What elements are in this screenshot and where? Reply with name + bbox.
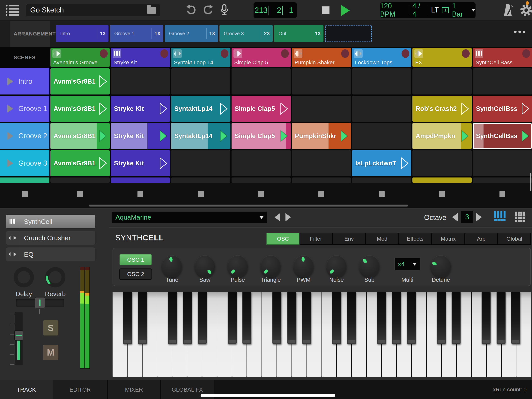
song-name-field[interactable]: Go Sketch — [26, 4, 160, 16]
clip-play-icon[interactable] — [99, 157, 107, 169]
tab-env[interactable]: Env — [333, 233, 366, 245]
octave-value[interactable]: 3 — [461, 211, 473, 223]
black-key[interactable] — [392, 292, 401, 344]
song-list-icon[interactable] — [6, 5, 20, 16]
stop-clip-button[interactable] — [22, 191, 28, 197]
clip-play-icon[interactable] — [521, 103, 529, 115]
grid-horizontal-scrollbar[interactable] — [89, 205, 408, 206]
record-arm-button[interactable] — [341, 49, 349, 58]
clip-play-icon[interactable] — [401, 157, 409, 169]
scene-launch-groove-2[interactable]: Groove 2 — [0, 123, 49, 149]
octave-up-button[interactable] — [476, 213, 482, 221]
black-key[interactable] — [272, 292, 281, 344]
clip-slot-empty[interactable] — [232, 150, 291, 176]
keyboard-view-icon[interactable] — [494, 211, 506, 221]
black-key[interactable] — [437, 292, 446, 344]
folder-icon[interactable] — [147, 7, 156, 14]
clip-syntaktlp14[interactable]: SyntaktLp14 — [171, 123, 230, 149]
record-arm-button[interactable] — [522, 49, 530, 58]
clip-slot-empty[interactable] — [352, 123, 411, 149]
tab-mod[interactable]: Mod — [366, 233, 399, 245]
tab-filter[interactable]: Filter — [299, 233, 333, 245]
record-arm-button[interactable] — [281, 49, 289, 58]
volume-fader-handle[interactable] — [14, 330, 23, 341]
reverb-send-knob[interactable] — [44, 266, 66, 288]
tab-global[interactable]: Global — [498, 233, 531, 245]
clip-islplckdwnt[interactable]: IsLpLckdwnT — [352, 150, 411, 176]
clip-play-icon[interactable] — [220, 103, 228, 115]
scene-launch-partial[interactable] — [0, 178, 49, 183]
black-key[interactable] — [302, 292, 311, 344]
arrangement-section-groove-3[interactable]: Groove 32X — [219, 25, 273, 42]
clip-slot-empty[interactable] — [171, 68, 230, 95]
clip-simple-clap5[interactable]: Simple Clap5 — [232, 123, 291, 149]
clip-play-icon[interactable] — [99, 75, 107, 87]
track-header-1[interactable]: Avenaim's Groove — [51, 48, 110, 67]
track-header-7[interactable]: FX — [412, 48, 472, 67]
stop-clip-button[interactable] — [138, 191, 143, 197]
clip-stryke-kit[interactable]: Stryke Kit — [111, 123, 170, 149]
bpm-value[interactable]: 120 BPM — [380, 2, 406, 18]
arrangement-empty-slot[interactable] — [325, 25, 372, 42]
clip-avnm-sgr8b1[interactable]: Avnm'sGr8B1 — [51, 68, 110, 95]
play-button[interactable] — [341, 5, 350, 16]
pads-view-icon[interactable] — [515, 212, 525, 222]
arrangement-section-groove-1[interactable]: Groove 11X — [110, 25, 163, 42]
song-position-display[interactable]: 213 2 1 — [253, 2, 297, 18]
black-key[interactable] — [242, 292, 251, 344]
clip-play-icon[interactable] — [159, 103, 167, 115]
stop-clip-button[interactable] — [258, 191, 264, 197]
clip-avnm-sgr8b1[interactable]: Avnm'sGr8B1 — [51, 96, 110, 122]
clip-slot-empty[interactable] — [171, 150, 230, 176]
black-key[interactable] — [228, 292, 237, 344]
clip-play-icon[interactable] — [280, 103, 288, 115]
settings-gear-icon[interactable] — [519, 4, 532, 17]
track-header-8[interactable]: SynthCell Bass — [473, 48, 532, 67]
mute-button[interactable]: M — [43, 345, 58, 360]
clip-playing-icon[interactable] — [461, 130, 469, 142]
clip-slot-empty[interactable] — [412, 150, 472, 176]
knob-sub[interactable] — [359, 255, 380, 277]
clip-slot-empty[interactable] — [292, 68, 351, 95]
clip-rob-s-crash2[interactable]: Rob's Crash2 — [412, 96, 472, 122]
bottom-tab-mixer[interactable]: MIXER — [108, 380, 161, 399]
osc-select-2[interactable]: OSC 2 — [119, 269, 152, 280]
stop-clip-button[interactable] — [77, 191, 83, 197]
black-key[interactable] — [452, 292, 461, 344]
stop-clip-button[interactable] — [379, 191, 385, 197]
knob-pulse[interactable] — [228, 255, 248, 277]
clip-partial[interactable] — [412, 178, 472, 183]
home-indicator[interactable] — [201, 394, 335, 397]
stop-clip-button[interactable] — [198, 191, 204, 197]
clip-avnm-sgr8b1[interactable]: Avnm'sGr8B1 — [51, 123, 110, 149]
preset-selector[interactable]: AquaMarine — [112, 212, 267, 223]
stop-clip-button[interactable] — [500, 191, 505, 197]
black-key[interactable] — [511, 292, 520, 344]
clip-slot-empty[interactable] — [292, 96, 351, 122]
stop-clip-button[interactable] — [439, 191, 445, 197]
clip-playing-icon[interactable] — [280, 130, 288, 142]
arrangement-section-out[interactable]: Out1X — [274, 25, 323, 42]
time-signature[interactable]: 4 / 4 — [412, 2, 424, 18]
clip-slot-empty[interactable] — [232, 68, 291, 95]
clip-ampdpmpkn[interactable]: AmpdPmpkn — [412, 123, 472, 149]
clip-slot-empty[interactable] — [412, 68, 472, 95]
tab-arp[interactable]: Arp — [465, 233, 498, 245]
clip-slot-empty[interactable] — [473, 178, 532, 183]
clip-slot-empty[interactable] — [171, 178, 230, 183]
microphone-icon[interactable] — [219, 4, 229, 16]
clip-slot-empty[interactable] — [352, 178, 411, 183]
bottom-tab-track[interactable]: TRACK — [0, 380, 53, 399]
black-key[interactable] — [123, 292, 132, 344]
tab-osc[interactable]: OSC — [266, 233, 299, 245]
clip-playing-icon[interactable] — [99, 130, 107, 142]
record-arm-button[interactable] — [160, 49, 168, 58]
clip-playing-icon[interactable] — [220, 130, 228, 142]
multi-dropdown[interactable]: x4 — [394, 258, 420, 270]
track-header-2[interactable]: Stryke Kit — [111, 48, 170, 67]
clip-avnm-sgr9b1[interactable]: Avnm'sGr9B1 — [51, 150, 110, 176]
clip-slot-empty[interactable] — [352, 96, 411, 122]
black-key[interactable] — [481, 292, 491, 344]
delay-send-knob[interactable] — [13, 266, 34, 288]
clip-stryke-kit[interactable]: Stryke Kit — [111, 96, 170, 122]
